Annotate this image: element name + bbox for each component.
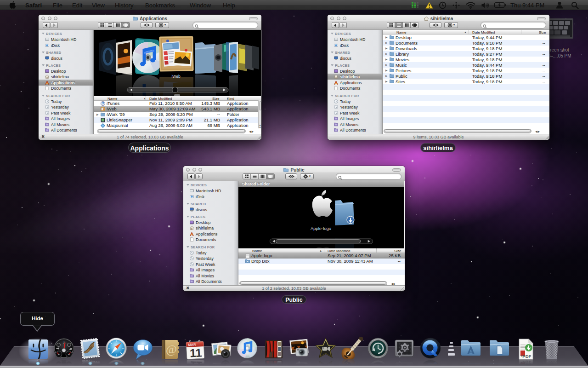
svg-text:11: 11 bbox=[189, 346, 202, 359]
svg-text:Apple-logo: Apple-logo bbox=[311, 226, 331, 231]
svg-text:@: @ bbox=[166, 343, 177, 356]
svg-text:*PDF: *PDF bbox=[521, 354, 531, 359]
svg-text:iWeb: iWeb bbox=[171, 74, 180, 79]
svg-text:11: 11 bbox=[189, 359, 202, 367]
svg-text:*PDF: *PDF bbox=[521, 360, 531, 365]
svg-text:@: @ bbox=[166, 362, 177, 367]
